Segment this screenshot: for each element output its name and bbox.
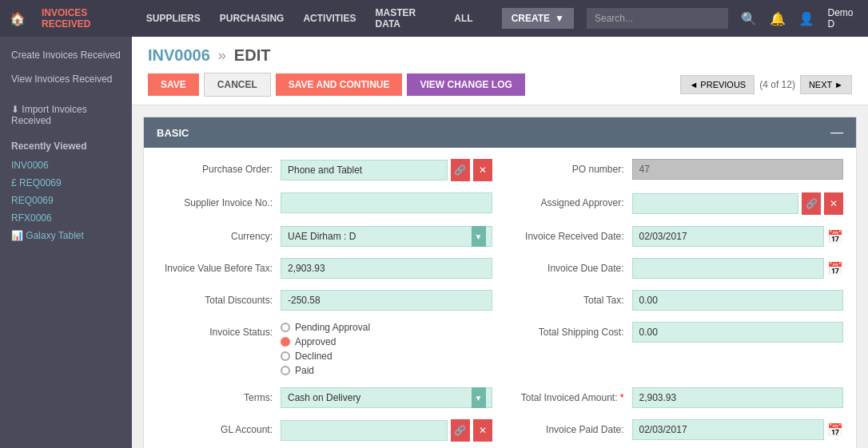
- form-col-po-number: PO number:: [508, 159, 844, 181]
- sidebar: Create Invoices Received View Invoices R…: [0, 37, 132, 448]
- form-row-2: Supplier Invoice No.: Assigned Approver:…: [157, 192, 843, 215]
- invoice-due-date-row: 📅: [632, 258, 844, 279]
- terms-select[interactable]: Cash on Delivery: [281, 387, 492, 408]
- form-col-total-tax: Total Tax:: [508, 290, 844, 311]
- invoice-paid-date-row: 📅: [632, 419, 844, 440]
- form-col-purchase-order: Purchase Order: 🔗 ✕: [157, 159, 492, 181]
- status-declined-label: Declined: [295, 351, 332, 362]
- user-avatar-icon[interactable]: 👤: [798, 11, 814, 26]
- sidebar-recent-req0069[interactable]: REQ0069: [0, 192, 132, 209]
- sidebar-item-import-invoices[interactable]: ⬇ Import Invoices Received: [0, 97, 132, 133]
- invoice-due-date-calendar-icon[interactable]: 📅: [827, 261, 843, 276]
- invoice-status-label: Invoice Status:: [157, 322, 273, 338]
- invoice-value-before-tax-input[interactable]: [281, 258, 492, 279]
- purchase-order-input-group: 🔗 ✕: [281, 159, 492, 181]
- search-input[interactable]: [587, 8, 728, 29]
- form-col-currency: Currency: UAE Dirham : D: [157, 226, 492, 247]
- create-button[interactable]: CREATE ▼: [502, 8, 574, 29]
- page-title-row: INV0006 » EDIT: [148, 46, 852, 65]
- cancel-button[interactable]: CANCEL: [204, 73, 271, 97]
- invoice-due-date-input[interactable]: [632, 258, 825, 279]
- currency-label: Currency:: [157, 226, 273, 242]
- nav-invoices-received[interactable]: INVOICES RECEIVED: [38, 7, 130, 30]
- invoice-paid-date-input[interactable]: [632, 419, 825, 440]
- view-change-log-button[interactable]: VIEW CHANGE LOG: [407, 73, 524, 96]
- gl-account-link-button[interactable]: 🔗: [451, 419, 470, 442]
- sidebar-recent-inv0006[interactable]: INV0006: [0, 157, 132, 174]
- invoice-received-date-input[interactable]: [632, 226, 825, 247]
- form-row-5: Total Discounts: Total Tax:: [157, 290, 843, 311]
- gl-account-input-group: 🔗 ✕: [281, 419, 492, 442]
- gl-account-label: GL Account:: [157, 419, 273, 435]
- main-content: INV0006 » EDIT SAVE CANCEL SAVE AND CONT…: [132, 37, 868, 448]
- nav-master-data[interactable]: MASTER DATA: [372, 7, 438, 30]
- currency-select[interactable]: UAE Dirham : D: [281, 226, 492, 247]
- page-header: INV0006 » EDIT SAVE CANCEL SAVE AND CONT…: [132, 37, 868, 105]
- sidebar-item-create-invoices[interactable]: Create Invoices Received: [0, 43, 132, 67]
- sidebar-recent-galaxy-tablet[interactable]: 📊 Galaxy Tablet: [0, 227, 132, 244]
- assigned-approver-link-button[interactable]: 🔗: [802, 192, 821, 215]
- assigned-approver-clear-button[interactable]: ✕: [824, 192, 843, 215]
- supplier-invoice-input[interactable]: [281, 192, 492, 213]
- save-and-continue-button[interactable]: SAVE AND CONTINUE: [276, 73, 403, 96]
- form-row-1: Purchase Order: 🔗 ✕ PO number:: [157, 159, 843, 181]
- form-col-invoice-paid-date: Invoice Paid Date: 📅: [508, 419, 844, 442]
- basic-form-section: BASIC — Purchase Order: 🔗 ✕ PO n: [143, 117, 857, 448]
- gl-account-input[interactable]: [281, 420, 448, 441]
- purchase-order-input[interactable]: [281, 160, 448, 180]
- page-title-id: INV0006: [148, 46, 210, 65]
- nav-purchasing[interactable]: PURCHASING: [217, 13, 288, 24]
- total-shipping-cost-input[interactable]: [632, 322, 844, 343]
- section-toggle-button[interactable]: —: [830, 125, 843, 140]
- nav-suppliers[interactable]: SUPPLIERS: [143, 13, 204, 24]
- invoice-paid-date-calendar-icon[interactable]: 📅: [827, 422, 843, 438]
- save-button[interactable]: SAVE: [148, 73, 199, 96]
- page-title-action: EDIT: [234, 46, 271, 65]
- total-tax-input[interactable]: [632, 290, 844, 311]
- purchase-order-link-button[interactable]: 🔗: [451, 159, 470, 181]
- next-button[interactable]: NEXT ►: [800, 75, 852, 94]
- status-paid[interactable]: Paid: [281, 365, 492, 376]
- total-tax-label: Total Tax:: [508, 290, 624, 306]
- notifications-icon[interactable]: 🔔: [770, 11, 786, 26]
- assigned-approver-input-group: 🔗 ✕: [632, 192, 844, 215]
- status-approved[interactable]: Approved: [281, 336, 492, 347]
- invoice-received-date-calendar-icon[interactable]: 📅: [827, 229, 843, 244]
- invoice-due-date-label: Invoice Due Date:: [508, 258, 624, 274]
- total-discounts-label: Total Discounts:: [157, 290, 273, 306]
- form-row-8: GL Account: 🔗 ✕ Invoice Paid Date: 📅: [157, 419, 843, 442]
- nav-activities[interactable]: ACTIVITIES: [300, 13, 359, 24]
- search-icon[interactable]: 🔍: [741, 11, 757, 26]
- status-pending-approval[interactable]: Pending Approval: [281, 322, 492, 333]
- assigned-approver-input[interactable]: [632, 193, 799, 214]
- terms-select-wrapper: Cash on Delivery: [281, 387, 492, 408]
- form-col-invoice-value-before-tax: Invoice Value Before Tax:: [157, 258, 492, 279]
- invoice-status-radio-group: Pending Approval Approved Declined: [281, 322, 492, 376]
- form-col-total-invoiced-amount: Total Invoiced Amount:: [508, 387, 844, 408]
- dropdown-arrow-icon: ▼: [555, 13, 564, 24]
- form-col-assigned-approver: Assigned Approver: 🔗 ✕: [508, 192, 844, 215]
- sidebar-recent-rfx0006[interactable]: RFX0006: [0, 209, 132, 227]
- total-discounts-input[interactable]: [281, 290, 492, 311]
- section-title: BASIC: [157, 127, 189, 139]
- sidebar-recent-req0069-pound[interactable]: £ REQ0069: [0, 174, 132, 192]
- main-layout: Create Invoices Received View Invoices R…: [0, 37, 868, 448]
- nav-all[interactable]: ALL: [451, 13, 476, 24]
- top-navigation: 🏠 INVOICES RECEIVED SUPPLIERS PURCHASING…: [0, 0, 868, 37]
- form-col-invoice-received-date: Invoice Received Date: 📅: [508, 226, 844, 247]
- sidebar-item-view-invoices[interactable]: View Invoices Received: [0, 67, 132, 91]
- form-col-terms: Terms: Cash on Delivery: [157, 387, 492, 408]
- po-number-input: [632, 159, 844, 180]
- purchase-order-label: Purchase Order:: [157, 159, 273, 175]
- previous-button[interactable]: ◄ PREVIOUS: [680, 75, 755, 94]
- currency-select-wrapper: UAE Dirham : D: [281, 226, 492, 247]
- gl-account-clear-button[interactable]: ✕: [473, 419, 492, 442]
- form-body: Purchase Order: 🔗 ✕ PO number:: [144, 148, 856, 448]
- home-icon[interactable]: 🏠: [10, 11, 26, 26]
- total-invoiced-amount-input[interactable]: [632, 387, 844, 408]
- total-invoiced-amount-label: Total Invoiced Amount:: [508, 387, 624, 403]
- purchase-order-clear-button[interactable]: ✕: [473, 159, 492, 181]
- status-declined[interactable]: Declined: [281, 351, 492, 362]
- terms-label: Terms:: [157, 387, 273, 403]
- pagination: ◄ PREVIOUS (4 of 12) NEXT ►: [680, 75, 852, 94]
